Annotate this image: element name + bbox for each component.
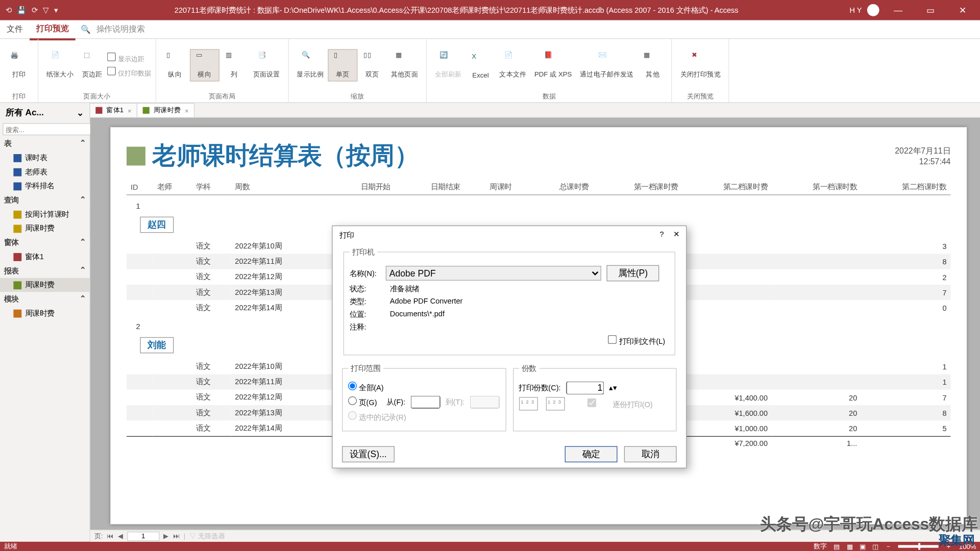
printer-type-value: Adobe PDF Converter bbox=[390, 297, 669, 307]
print-dialog: 打印 ? ✕ 打印机 名称(N): Adobe PDF 属性(P) 状态:准备就… bbox=[332, 226, 687, 468]
qat-redo-icon[interactable]: ⟳ bbox=[32, 6, 38, 14]
spinner-icon[interactable]: ▴▾ bbox=[609, 384, 617, 392]
setup-button[interactable]: 设置(S)... bbox=[342, 446, 395, 462]
range-all-radio[interactable]: 全部(A) bbox=[348, 382, 384, 393]
range-pages-radio[interactable]: 页(G) bbox=[348, 396, 377, 408]
nav-cat-tables[interactable]: 表⌃ bbox=[0, 137, 89, 151]
printer-comment-label: 注释: bbox=[350, 322, 390, 333]
print-button[interactable]: 🖨️打印 bbox=[4, 50, 34, 81]
nav-table-item[interactable]: 老师表 bbox=[0, 165, 89, 179]
textfile-button[interactable]: 📄文本文件 bbox=[495, 50, 530, 81]
tab-close-icon[interactable]: × bbox=[185, 107, 189, 114]
tab-file[interactable]: 文件 bbox=[0, 19, 30, 39]
excel-icon: X bbox=[472, 52, 489, 69]
pager-prev-button[interactable]: ◀ bbox=[118, 532, 124, 540]
chevron-down-icon[interactable]: ⌄ bbox=[77, 107, 84, 117]
nav-table-item[interactable]: 课时表 bbox=[0, 151, 89, 165]
group-close-label: 关闭预览 bbox=[672, 91, 729, 102]
nav-report-item[interactable]: 周课时费 bbox=[0, 278, 89, 292]
close-preview-button[interactable]: ✖关闭打印预览 bbox=[676, 50, 725, 81]
portrait-button[interactable]: ▯纵向 bbox=[160, 50, 190, 81]
doc-tab-form1[interactable]: 窗体1× bbox=[89, 103, 137, 117]
email-button[interactable]: ✉️通过电子邮件发送 bbox=[576, 50, 638, 81]
nav-query-item[interactable]: 按周计算课时 bbox=[0, 207, 89, 221]
qat-back-icon[interactable]: ⟲ bbox=[6, 6, 12, 14]
show-border-check[interactable]: 显示边距 bbox=[107, 53, 152, 64]
copies-input[interactable] bbox=[566, 382, 604, 394]
view-report-icon[interactable]: ▤ bbox=[834, 543, 840, 550]
nav-module-item[interactable]: 周课时费 bbox=[0, 306, 89, 320]
maximize-button[interactable]: ▭ bbox=[917, 5, 944, 15]
onepage-button[interactable]: ▯单页 bbox=[328, 49, 357, 81]
printer-properties-button[interactable]: 属性(P) bbox=[607, 265, 659, 282]
printer-loc-label: 位置: bbox=[350, 310, 390, 320]
tell-me-input[interactable]: 操作说明搜索 bbox=[96, 23, 145, 35]
twopage-button[interactable]: ▯▯双页 bbox=[357, 50, 387, 81]
doc-tab-report[interactable]: 周课时费× bbox=[137, 103, 194, 117]
nav-cat-modules[interactable]: 模块⌃ bbox=[0, 292, 89, 306]
pager-last-button[interactable]: ⏭ bbox=[173, 532, 180, 540]
zoom-button[interactable]: 🔍显示比例 bbox=[292, 50, 328, 81]
pager-input[interactable] bbox=[127, 531, 159, 540]
filter-icon[interactable]: ▽ 无筛选器 bbox=[189, 531, 225, 540]
window-title: 220711老师课时费统计 : 数据库- D:\OneDrive\WK\1.Ac… bbox=[63, 5, 849, 15]
range-selected-radio[interactable]: 选中的记录(R) bbox=[348, 411, 406, 422]
columns-button[interactable]: ▥列 bbox=[219, 50, 249, 81]
more-export-button[interactable]: ▦其他 bbox=[638, 50, 668, 81]
view-design-icon[interactable]: ◫ bbox=[872, 543, 878, 550]
view-layout-icon[interactable]: ▣ bbox=[860, 543, 866, 550]
refresh-icon: 🔄 bbox=[439, 51, 457, 68]
data-only-check[interactable]: 仅打印数据 bbox=[107, 67, 152, 78]
refresh-button[interactable]: 🔄全部刷新 bbox=[431, 50, 466, 81]
nav-table-item[interactable]: 学科排名 bbox=[0, 179, 89, 193]
nav-header[interactable]: 所有 Ac...⌄ bbox=[0, 103, 89, 122]
printer-select[interactable]: Adobe PDF bbox=[386, 266, 601, 281]
zoom-out-button[interactable]: － bbox=[885, 542, 892, 551]
close-button[interactable]: ✕ bbox=[949, 5, 976, 15]
pagesetup-button[interactable]: 📑页面设置 bbox=[249, 50, 284, 81]
dialog-close-button[interactable]: ✕ bbox=[673, 230, 679, 240]
nav-cat-forms[interactable]: 窗体⌃ bbox=[0, 236, 89, 250]
dialog-title: 打印 bbox=[339, 230, 354, 240]
landscape-button[interactable]: ▭横向 bbox=[190, 49, 219, 81]
pdf-icon: 📕 bbox=[544, 51, 561, 68]
nav-form-item[interactable]: 窗体1 bbox=[0, 249, 89, 264]
col-header: 周课时 bbox=[464, 179, 516, 195]
columns-icon: ▥ bbox=[226, 51, 243, 68]
col-header: 第二档课时数 bbox=[861, 179, 950, 195]
zoom-slider[interactable] bbox=[898, 545, 939, 547]
nav-cat-queries[interactable]: 查询⌃ bbox=[0, 193, 89, 208]
ok-button[interactable]: 确定 bbox=[565, 446, 618, 462]
pdfxps-button[interactable]: 📕PDF 或 XPS bbox=[530, 50, 576, 81]
nav-search-input[interactable] bbox=[3, 123, 93, 135]
tab-print-preview[interactable]: 打印预览 bbox=[30, 18, 76, 40]
twopage-icon: ▯▯ bbox=[363, 51, 381, 68]
margins-button[interactable]: ⬚页边距 bbox=[78, 50, 107, 81]
morepages-button[interactable]: ▦其他页面 bbox=[387, 50, 422, 81]
pager-first-button[interactable]: ⏮ bbox=[107, 532, 113, 540]
nav-query-item[interactable]: 周课时费 bbox=[0, 221, 89, 236]
cancel-button[interactable]: 取消 bbox=[624, 446, 677, 462]
tell-me-icon[interactable]: 🔍 bbox=[76, 24, 96, 34]
dialog-help-button[interactable]: ? bbox=[659, 230, 664, 240]
printer-name-label: 名称(N): bbox=[350, 268, 377, 279]
user-avatar[interactable] bbox=[867, 4, 879, 16]
excel-button[interactable]: XExcel bbox=[465, 51, 495, 80]
tab-close-icon[interactable]: × bbox=[128, 107, 132, 114]
textfile-icon: 📄 bbox=[504, 51, 522, 68]
printer-status-label: 状态: bbox=[350, 284, 390, 294]
minimize-button[interactable]: — bbox=[885, 5, 912, 15]
from-input[interactable] bbox=[411, 396, 440, 409]
view-print-icon[interactable]: ▦ bbox=[847, 543, 853, 550]
qat-save-icon[interactable]: 💾 bbox=[17, 6, 26, 14]
papersize-button[interactable]: 📄纸张大小 bbox=[42, 50, 78, 81]
nav-cat-reports[interactable]: 报表⌃ bbox=[0, 264, 89, 278]
onepage-icon: ▯ bbox=[334, 51, 351, 68]
from-label: 从(F): bbox=[386, 397, 405, 407]
pager-next-button[interactable]: ▶ bbox=[163, 532, 169, 540]
qat-filter-icon[interactable]: ▽ bbox=[43, 6, 48, 14]
col-header: 日期开始 bbox=[325, 179, 395, 195]
print-to-file-check[interactable]: 打印到文件(L) bbox=[608, 335, 665, 346]
qat-customize-icon[interactable]: ▾ bbox=[54, 6, 58, 14]
collate-check[interactable]: 逐份打印(O) bbox=[573, 398, 653, 409]
